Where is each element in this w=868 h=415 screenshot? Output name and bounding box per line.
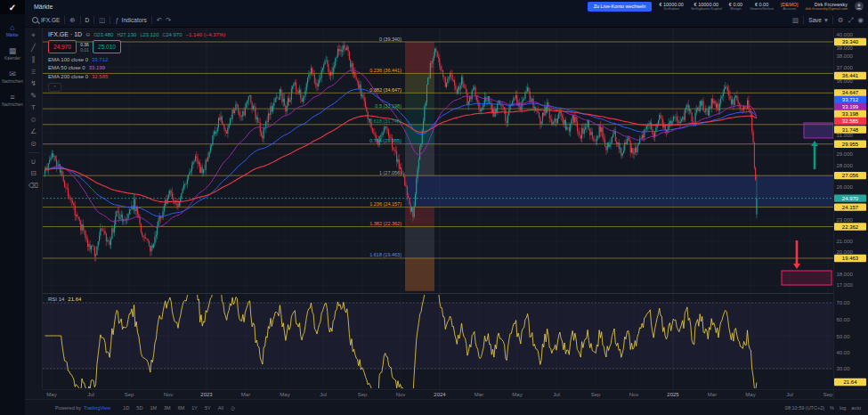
fib-label-1.382: 1.382 (22.362) [369, 221, 402, 226]
time-axis-month: Sep [125, 392, 134, 397]
timeframe-5d[interactable]: 5D [136, 405, 142, 411]
camera-snapshot-icon[interactable]: ◉ [857, 17, 864, 24]
divider [64, 16, 65, 24]
svg-text:24.970: 24.970 [842, 196, 859, 201]
time-axis-month: Nov [629, 392, 639, 397]
margin-label: Margin [729, 7, 742, 12]
buy-button[interactable]: 25.010 [93, 40, 121, 53]
fib-zone [405, 258, 434, 291]
time-axis-month: May [512, 392, 522, 397]
redo-icon[interactable]: ↷ [166, 17, 171, 24]
trash-icon[interactable]: ⌫ [28, 183, 40, 190]
fib-label-0.236: 0.236 (36.441) [369, 68, 402, 73]
low-value: 23.120 [142, 32, 158, 37]
clock-time[interactable]: 08:10:59 (UTC+2) [785, 405, 824, 411]
auto-scale-button[interactable]: auto [851, 405, 861, 411]
demo-badge[interactable]: [DEMO] Account [781, 2, 799, 12]
svg-text:34.647: 34.647 [842, 90, 859, 95]
close-value: 24.970 [166, 32, 182, 37]
sidebar-item-label: Märkte [6, 33, 19, 37]
fib-zone [405, 93, 434, 109]
balance-label: Guthaben [659, 7, 684, 12]
user-info[interactable]: Dirk Frczewsky dirk.frczewsky@gmail.com [806, 2, 848, 12]
settings-gear-icon[interactable]: ⚙ [838, 17, 844, 24]
annotation-box-1[interactable] [804, 123, 833, 138]
sell-button[interactable]: 24.970 [48, 40, 77, 53]
chevron-down-icon: ▾ [824, 17, 828, 24]
arrow-head [793, 264, 800, 269]
symbol-name: IFX.GE [41, 17, 60, 23]
ema200-legend[interactable]: EMA 200 close 0 32.585 [48, 74, 225, 79]
sidebar-item-nachrichten-mail[interactable]: ✉ Nachrichten [0, 69, 25, 84]
zoom-icon[interactable]: ⊙ [28, 141, 40, 148]
interval-button[interactable]: D [85, 17, 90, 23]
search-icon [32, 17, 38, 23]
panel-layout-icon[interactable]: ▥ [792, 17, 799, 24]
timeframe-all[interactable]: All [218, 405, 223, 411]
switch-live-account-button[interactable]: Zu Live-Konto wechseln [588, 2, 653, 12]
app-logo: ✓ [0, 0, 25, 14]
divider [803, 16, 804, 24]
magnet-icon[interactable]: ∪ [28, 159, 40, 166]
timeframe-1m[interactable]: 1M [150, 405, 157, 411]
blue-zone-rect[interactable] [405, 175, 833, 207]
percent-scale-button[interactable]: % [830, 405, 834, 411]
fib-label-0.618: 0.618 (31.748) [369, 118, 402, 124]
svg-text:24.157: 24.157 [842, 205, 859, 210]
time-axis-year: 2025 [667, 392, 679, 397]
rsi-title: RSI 14 [48, 297, 64, 302]
legend-symbol-title[interactable]: IFX.GE · 1D [48, 31, 82, 37]
candle-style-icon[interactable]: ◫ [99, 17, 105, 24]
go-to-date-icon[interactable]: ◷ [231, 405, 235, 411]
timeframe-5y[interactable]: 5Y [205, 405, 211, 411]
rsi-legend[interactable]: RSI 14 21.64 [48, 297, 81, 302]
time-axis-month: Jul [87, 392, 94, 397]
annotation-box-2[interactable] [782, 271, 831, 285]
available-capital-stat: € 10000.00 Verfügbares Kapital [691, 2, 722, 12]
axis-label: 20.000 [837, 249, 854, 255]
sidebar-item-nachrichten-news[interactable]: ≡ Nachrichten [0, 93, 25, 107]
sidebar-item-label: Nachrichten [2, 102, 23, 107]
time-axis-month: Sep [823, 392, 833, 397]
time-axis-year: 2023 [200, 392, 213, 397]
symbol-search[interactable]: IFX.GE [32, 17, 60, 23]
sidebar-item-kalender[interactable]: ▦ Kalender [0, 46, 25, 61]
tradingview-link[interactable]: TradingView [84, 405, 110, 411]
text-icon[interactable]: T [28, 104, 40, 111]
brush-icon[interactable]: ✎ [28, 93, 40, 100]
undo-icon[interactable]: ↶ [157, 17, 162, 24]
lock-icon[interactable]: ⊟ [28, 170, 40, 177]
time-axis-month: Jul [553, 392, 560, 397]
timeframe-1d[interactable]: 1D [123, 405, 129, 411]
ema100-legend[interactable]: EMA 100 close 0 33.712 [48, 57, 225, 62]
emoji-icon[interactable]: ☺ [28, 117, 40, 124]
avatar[interactable] [855, 2, 864, 11]
save-button[interactable]: Save ▾ [808, 17, 828, 24]
timeframe-3m[interactable]: 3M [164, 405, 171, 411]
minus-circle-icon[interactable]: ⊖ [85, 31, 90, 37]
trendline-icon[interactable]: ╱ [28, 45, 40, 52]
page-title: Märkte [34, 4, 53, 10]
mail-icon: ✉ [9, 69, 16, 78]
ema50-legend[interactable]: EMA 50 close 0 33.199 [48, 65, 225, 70]
pattern-icon[interactable]: ↯ [28, 80, 40, 87]
log-scale-button[interactable]: log [840, 405, 846, 411]
ema200-name: EMA 200 close 0 [48, 74, 88, 79]
timeframe-1y[interactable]: 1Y [191, 405, 198, 411]
channel-icon[interactable]: ∥ [28, 56, 40, 63]
indicators-button[interactable]: ƒ Indicators [115, 17, 146, 24]
time-axis-month: Nov [396, 392, 406, 397]
divider [80, 16, 81, 24]
high-value: 27.130 [120, 32, 136, 37]
timeframe-6m[interactable]: 6M [178, 405, 185, 411]
sidebar-item-maerkte[interactable]: ⌂ Märkte [0, 23, 25, 37]
calendar-icon: ▦ [9, 46, 17, 55]
compare-add-icon[interactable]: ⊕ [69, 17, 75, 24]
fullscreen-icon[interactable]: ⤢ [848, 17, 853, 24]
measure-icon[interactable]: ∠ [28, 128, 40, 135]
legend-collapse-button[interactable]: ⌃ [48, 83, 61, 92]
cursor-icon[interactable]: ⌖ [28, 32, 40, 39]
spread-bottom: 0.01 [77, 47, 93, 53]
divider [832, 16, 833, 24]
fib-icon[interactable]: Ξ [28, 69, 40, 76]
